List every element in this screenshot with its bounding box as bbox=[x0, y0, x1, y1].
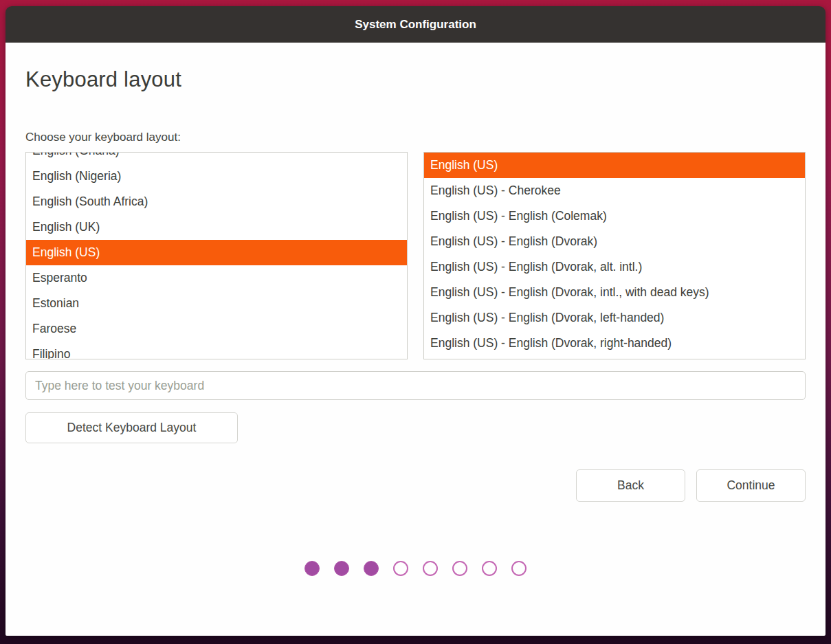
keyboard-lists: English (Ghana)English (Nigeria)English … bbox=[25, 152, 806, 359]
list-item[interactable]: English (South Africa) bbox=[26, 189, 407, 214]
list-item[interactable]: Filipino bbox=[26, 342, 407, 359]
list-item[interactable]: Esperanto bbox=[26, 265, 407, 291]
variant-list-items: English (US)English (US) - CherokeeEngli… bbox=[424, 153, 805, 356]
progress-dot bbox=[511, 561, 527, 576]
chooser-label: Choose your keyboard layout: bbox=[25, 131, 806, 144]
list-item[interactable]: Faroese bbox=[26, 316, 407, 342]
list-item[interactable]: Estonian bbox=[26, 291, 407, 316]
progress-dot bbox=[334, 561, 349, 576]
window-content: Keyboard layout Choose your keyboard lay… bbox=[5, 43, 826, 636]
list-item[interactable]: English (US) - English (Dvorak, intl., w… bbox=[424, 280, 805, 305]
keyboard-test-input[interactable] bbox=[25, 371, 806, 400]
back-button[interactable]: Back bbox=[576, 469, 685, 502]
list-item[interactable]: English (UK) bbox=[26, 214, 407, 240]
progress-dot bbox=[304, 561, 320, 576]
installer-window: System Configuration Keyboard layout Cho… bbox=[5, 6, 826, 636]
continue-button[interactable]: Continue bbox=[696, 469, 806, 502]
list-item[interactable]: English (US) bbox=[26, 240, 407, 265]
progress-dot bbox=[482, 561, 497, 576]
layout-list-items: English (Ghana)English (Nigeria)English … bbox=[26, 152, 407, 359]
progress-dot bbox=[423, 561, 438, 576]
list-item[interactable]: English (US) - English (Dvorak) bbox=[424, 229, 805, 254]
progress-dot bbox=[452, 561, 467, 576]
layout-list[interactable]: English (Ghana)English (Nigeria)English … bbox=[25, 152, 408, 359]
list-item[interactable]: English (US) - Cherokee bbox=[424, 178, 805, 203]
list-item[interactable]: English (US) - English (Dvorak, alt. int… bbox=[424, 254, 805, 280]
progress-dot bbox=[364, 561, 379, 576]
list-item[interactable]: English (Ghana) bbox=[26, 152, 407, 164]
progress-dot bbox=[393, 561, 408, 576]
list-item[interactable]: English (US) - English (Colemak) bbox=[424, 203, 805, 229]
navigation-row: Back Continue bbox=[25, 469, 806, 502]
list-item[interactable]: English (Nigeria) bbox=[26, 164, 407, 189]
list-item[interactable]: English (US) - English (Dvorak, right-ha… bbox=[424, 331, 805, 356]
window-title: System Configuration bbox=[355, 18, 476, 32]
detect-keyboard-layout-button[interactable]: Detect Keyboard Layout bbox=[25, 412, 238, 443]
list-item[interactable]: English (US) - English (Dvorak, left-han… bbox=[424, 305, 805, 331]
progress-dots bbox=[25, 561, 806, 576]
variant-list[interactable]: English (US)English (US) - CherokeeEngli… bbox=[423, 152, 806, 359]
page-title: Keyboard layout bbox=[25, 67, 806, 92]
list-item[interactable]: English (US) bbox=[424, 153, 805, 178]
window-titlebar[interactable]: System Configuration bbox=[5, 6, 826, 43]
